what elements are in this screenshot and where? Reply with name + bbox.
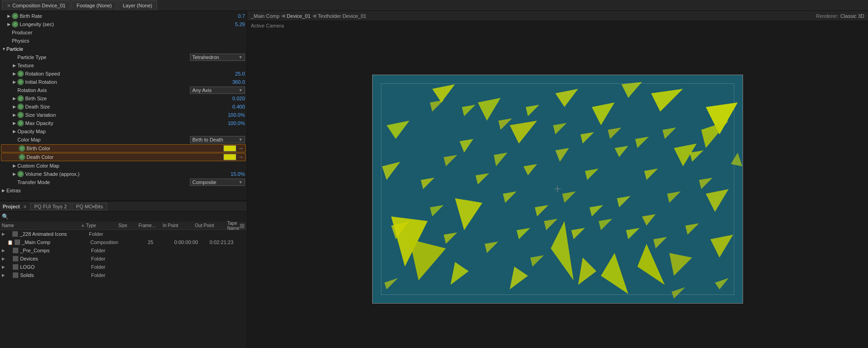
svg-marker-66: [530, 255, 544, 266]
prop-label-size-variation: Size Variation: [25, 112, 220, 118]
rotation-axis-dropdown[interactable]: Any Axis ▼: [190, 87, 245, 94]
prop-volume-shade[interactable]: ▶ ⏱ Volume Shade (approx.) 15.0%: [0, 170, 247, 178]
prop-value-death-size[interactable]: 0.400: [222, 104, 245, 109]
prop-producer[interactable]: Producer: [0, 28, 247, 37]
prop-particle-type[interactable]: Particle Type Tetrahedron ▼: [0, 53, 247, 61]
svg-marker-50: [653, 237, 667, 249]
prop-death-color[interactable]: ⏱ Death Color →: [1, 153, 246, 161]
prop-value-volume-shade[interactable]: 15.0%: [222, 171, 245, 177]
prop-physics[interactable]: Physics: [0, 37, 247, 45]
prop-label-custom-color-map: Custom Color Map: [17, 163, 245, 169]
prop-rotation-speed[interactable]: ▶ ⏱ Rotation Speed 25.0: [0, 70, 247, 78]
dropdown-box[interactable]: Birth to Death ▼: [190, 136, 245, 143]
svg-marker-35: [590, 205, 603, 217]
color-map-dropdown[interactable]: Birth to Death ▼: [190, 136, 245, 143]
prop-rotation-axis[interactable]: Rotation Axis Any Axis ▼: [0, 86, 247, 94]
item-name: Devices: [20, 256, 91, 261]
prop-custom-color-map[interactable]: ▶ Custom Color Map: [0, 162, 247, 170]
item-type: Folder: [91, 272, 128, 278]
prop-birth-rate[interactable]: ▶ ⏱ Birth Rate 0.7: [0, 12, 247, 20]
search-area: 🔍: [0, 212, 247, 222]
svg-marker-56: [608, 128, 622, 139]
dropdown-arrow-icon: ▼: [239, 137, 243, 142]
list-item[interactable]: ▶ _228 Animated Icons Folder: [0, 230, 247, 238]
tab-footage[interactable]: Footage (None): [71, 0, 117, 11]
item-type: Composition: [90, 239, 125, 245]
item-type: Folder: [91, 264, 128, 270]
left-panel: ▶ ⏱ Birth Rate 0.7 ▶ ⏱ Longevity (sec) 5…: [0, 11, 247, 348]
col-header-type: Type: [86, 223, 118, 228]
prop-label-producer: Producer: [12, 30, 245, 35]
svg-marker-24: [387, 121, 410, 139]
col-header-outpoint: Out Point: [195, 223, 227, 228]
item-name: _Main Comp: [22, 239, 91, 245]
tab-layer[interactable]: Layer (None): [118, 0, 157, 11]
project-list-header: Name ▲ Type Size Frame... In Point Out P…: [0, 222, 247, 230]
prop-opacity-map[interactable]: ▶ Opacity Map: [0, 127, 247, 136]
expand-arrow: ▶: [13, 172, 17, 176]
prop-texture[interactable]: ▶ Texture: [0, 61, 247, 70]
add-item-icon[interactable]: ⊞: [239, 222, 245, 229]
dropdown-box[interactable]: Composite ▼: [190, 179, 245, 186]
tab-close-icon[interactable]: ✕: [7, 3, 11, 8]
prop-value-size-variation[interactable]: 100.0%: [222, 112, 245, 118]
death-color-swatch[interactable]: [223, 154, 236, 160]
properties-panel[interactable]: ▶ ⏱ Birth Rate 0.7 ▶ ⏱ Longevity (sec) 5…: [0, 11, 247, 201]
transfer-mode-dropdown[interactable]: Composite ▼: [190, 179, 245, 186]
birth-color-swatch[interactable]: [223, 145, 236, 152]
dropdown-box[interactable]: Any Axis ▼: [190, 87, 245, 94]
item-color-box: [13, 248, 18, 253]
prop-label-volume-shade: Volume Shade (approx.): [25, 171, 220, 177]
prop-label-texture: Texture: [17, 63, 245, 68]
svg-marker-65: [385, 278, 398, 289]
prop-transfer-mode[interactable]: Transfer Mode Composite ▼: [0, 178, 247, 186]
prop-initial-rotation[interactable]: ▶ ⏱ Initial Rotation 360.0: [0, 78, 247, 86]
prop-value-max-opacity[interactable]: 100.0%: [222, 120, 245, 126]
prop-birth-color[interactable]: ⏱ Birth Color →: [1, 144, 246, 152]
prop-value-birth-rate[interactable]: 0.7: [222, 13, 245, 19]
prop-value-initial-rotation[interactable]: 360.0: [222, 79, 245, 85]
prop-death-size[interactable]: ▶ ⏱ Death Size 0.400: [0, 103, 247, 111]
expand-arrow: ▶: [13, 63, 17, 68]
prop-label-rotation-speed: Rotation Speed: [25, 71, 220, 76]
list-item[interactable]: 📋 _Main Comp Composition 25 0:00:00:00 0…: [0, 238, 247, 246]
particle-type-dropdown[interactable]: Tetrahedron ▼: [190, 54, 245, 61]
prop-value-rotation-speed[interactable]: 25.0: [222, 71, 245, 76]
dropdown-value: Composite: [192, 179, 217, 185]
list-item[interactable]: ▶ Solids Folder: [0, 271, 247, 279]
dropdown-arrow-icon: ▼: [239, 88, 243, 92]
list-item[interactable]: ▶ Devices Folder: [0, 255, 247, 263]
tab-pq-mobits[interactable]: PQ MO•Bits: [72, 203, 107, 210]
col-header-name: Name: [2, 223, 80, 228]
dropdown-box[interactable]: Tetrahedron ▼: [190, 54, 245, 61]
breadcrumb-main-comp[interactable]: _Main Comp: [251, 13, 279, 19]
prop-particle-section[interactable]: ▼ Particle: [0, 45, 247, 53]
prop-value-birth-size[interactable]: 0.020: [222, 96, 245, 101]
svg-marker-5: [637, 244, 665, 285]
prop-max-opacity[interactable]: ▶ ⏱ Max Opacity 100.0%: [0, 119, 247, 127]
prop-label-rotation-axis: Rotation Axis: [17, 87, 190, 93]
prop-label-transfer-mode: Transfer Mode: [17, 179, 190, 185]
project-panel-header: Project ≡ PQ FUI Toys 2 PQ MO•Bits: [0, 201, 247, 212]
renderer-value: Classic 3D: [840, 13, 864, 19]
prop-birth-size[interactable]: ▶ ⏱ Birth Size 0.020: [0, 94, 247, 103]
item-type: Folder: [91, 248, 128, 253]
tab-pq-fui-toys[interactable]: PQ FUI Toys 2: [30, 203, 71, 210]
breadcrumb-device[interactable]: Device_01: [287, 13, 310, 19]
prop-color-map[interactable]: Color Map Birth to Death ▼: [0, 136, 247, 144]
breadcrumb-textholder[interactable]: Textholder Device_01: [318, 13, 366, 19]
prop-extras[interactable]: ▶ Extras: [0, 186, 247, 195]
svg-marker-39: [476, 173, 489, 185]
svg-marker-8: [601, 253, 629, 294]
prop-value-longevity[interactable]: 5.29: [222, 22, 245, 27]
prop-longevity[interactable]: ▶ ⏱ Longevity (sec) 5.29: [0, 20, 247, 28]
prop-size-variation[interactable]: ▶ ⏱ Size Variation 100.0%: [0, 111, 247, 119]
svg-marker-53: [690, 150, 704, 162]
svg-marker-25: [460, 139, 473, 152]
col-header-tapename: Tape Name: [227, 221, 239, 231]
list-item[interactable]: ▶ LOGO Folder: [0, 263, 247, 271]
prop-label-initial-rotation: Initial Rotation: [25, 79, 220, 85]
project-menu-icon[interactable]: ≡: [23, 204, 26, 209]
list-item[interactable]: ▶ _Pre_Comps Folder: [0, 246, 247, 255]
tab-composition[interactable]: ✕ Composition Device_01: [2, 0, 71, 11]
